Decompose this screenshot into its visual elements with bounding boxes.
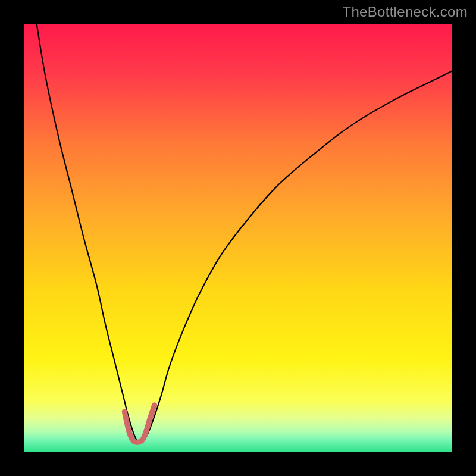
valley-highlight <box>124 405 154 443</box>
plot-area <box>24 24 452 452</box>
bottleneck-curve <box>37 24 452 441</box>
watermark-text: TheBottleneck.com <box>342 4 468 20</box>
curve-layer <box>24 24 452 452</box>
chart-frame: TheBottleneck.com <box>0 0 476 476</box>
